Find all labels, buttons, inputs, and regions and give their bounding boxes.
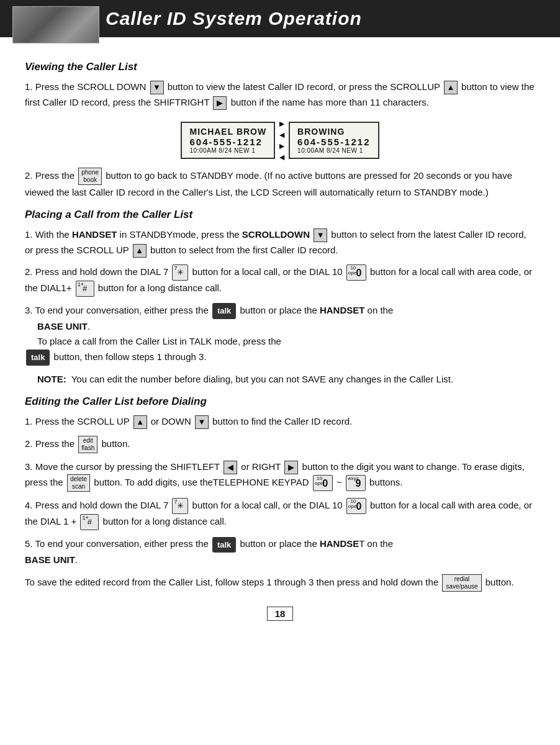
talk-button-3[interactable]: talk bbox=[212, 537, 236, 553]
editing-4-text-b: button for a local call, or the DIAL 10 bbox=[192, 500, 345, 510]
editing-item-2: 2. Press the editflash button. bbox=[25, 436, 535, 453]
dial-1plus-top: 1+ bbox=[78, 282, 84, 287]
placing-3-text-c: button, then follow steps 1 through 3. bbox=[54, 351, 207, 362]
lcd-right-name: BROWING bbox=[297, 127, 370, 137]
placing-2-text-d: button for a long distance call. bbox=[98, 282, 222, 293]
shift-right-btn-2[interactable]: ▶ bbox=[284, 461, 298, 474]
item-num: 1. Press the SCROLL DOWN bbox=[25, 81, 149, 92]
editing-2-text-b: button. bbox=[102, 438, 130, 449]
oper0-top: 10oper bbox=[315, 476, 325, 486]
dial-10-2-top: 10oper bbox=[348, 499, 358, 509]
placing-item-2: 2. Press and hold down the DIAL 7 7 ✳ bu… bbox=[25, 264, 535, 297]
placing-3-text-b: button or place the HANDSET on the bbox=[240, 305, 393, 315]
talk-button-2[interactable]: talk bbox=[26, 350, 50, 365]
scroll-down-btn-2[interactable]: ▼ bbox=[314, 228, 327, 242]
section-editing-title: Editing the Caller List before Dialing bbox=[25, 395, 535, 408]
page-number: 18 bbox=[267, 607, 294, 621]
page-number-container: 18 bbox=[25, 607, 535, 627]
viewing-item-2: 2. Press the phonebook button to go back… bbox=[25, 168, 535, 201]
lcd-left-number: 604-555-1212 bbox=[189, 137, 266, 147]
editing-4-text-a: 4. Press and hold down the DIAL 7 bbox=[25, 500, 171, 510]
dial-7-button[interactable]: 7 ✳ bbox=[172, 264, 188, 281]
oper-0-button[interactable]: 10oper 0 bbox=[313, 475, 333, 491]
placing-2-text-a: 2. Press and hold down the DIAL 7 bbox=[25, 266, 171, 277]
item-2-text-a: 2. Press the bbox=[25, 169, 77, 180]
lcd-right-number: 604-555-1212 bbox=[297, 137, 370, 147]
scroll-down-button[interactable]: ▼ bbox=[150, 81, 164, 94]
editing-4-text-d: button for a long distance call. bbox=[103, 516, 227, 526]
scroll-down-btn-3[interactable]: ▼ bbox=[195, 415, 209, 429]
wxyz9-top: wxyz bbox=[348, 476, 359, 481]
editing-2-text-a: 2. Press the bbox=[25, 438, 77, 449]
editing-item-1: 1. Press the SCROLL UP ▲ or DOWN ▼ butto… bbox=[25, 414, 535, 430]
note-label: NOTE: bbox=[37, 372, 66, 387]
arrow-left-2: ◄ bbox=[278, 153, 286, 161]
viewing-item-1: 1. Press the SCROLL DOWN ▼ button to vie… bbox=[25, 79, 535, 111]
dial-7-2-top: 7 bbox=[174, 499, 177, 505]
arrow-left-1: ◄ bbox=[278, 130, 286, 139]
save-text: To save the edited record from the Calle… bbox=[25, 577, 438, 587]
placing-item-3: 3. To end your conversation, either pres… bbox=[25, 303, 535, 366]
delete-scan-button[interactable]: deletescan bbox=[67, 474, 90, 492]
editing-1-text-b: or DOWN bbox=[151, 416, 194, 427]
dial-10-top: 10oper bbox=[348, 266, 358, 276]
editing-3-text-e: ~ bbox=[336, 477, 345, 487]
note-block: NOTE: You can edit the number before dia… bbox=[37, 372, 535, 387]
note-text: You can edit the number before dialing, … bbox=[71, 372, 453, 387]
lcd-right: BROWING 604-555-1212 10:00AM 8/24 NEW 1 bbox=[289, 122, 379, 159]
header: Caller ID System Operation bbox=[0, 0, 560, 37]
scroll-up-button[interactable]: ▲ bbox=[444, 81, 458, 94]
placing-1-text: 1. With the HANDSET in STANDBYmode, pres… bbox=[25, 229, 312, 240]
editing-1-text-c: button to find the Caller ID record. bbox=[212, 416, 352, 427]
phone-book-button[interactable]: phonebook bbox=[78, 168, 102, 185]
placing-item-1: 1. With the HANDSET in STANDBYmode, pres… bbox=[25, 227, 535, 258]
item-text-1d: button if the name has more than 11 char… bbox=[231, 97, 429, 107]
editing-3-text-d: button. To add digits, use theTELEPHONE … bbox=[94, 477, 311, 487]
dial-7-btn-2[interactable]: 7 ✳ bbox=[172, 498, 188, 514]
placing-1-text-c: button to select from the first Caller I… bbox=[150, 245, 338, 255]
redial-save-pause-button[interactable]: redialsave/pause bbox=[442, 574, 481, 592]
lcd-left-name: MICHAEL BROW bbox=[189, 127, 266, 137]
editing-5-text-a: 5. To end your conversation, either pres… bbox=[25, 538, 211, 549]
dial-1plus-2-top: 1+ bbox=[82, 515, 88, 521]
dial-1plus-button[interactable]: 1+ # bbox=[76, 281, 94, 297]
scroll-up-btn-2[interactable]: ▲ bbox=[133, 244, 147, 258]
wxyz-9-button[interactable]: wxyz 9 bbox=[346, 475, 366, 491]
arrow-right-2: ► bbox=[278, 142, 286, 150]
content: Viewing the Caller List 1. Press the SCR… bbox=[0, 37, 560, 646]
dial-1plus-btn-2[interactable]: 1+ # bbox=[80, 514, 99, 530]
dial-10-button[interactable]: 10oper 0 bbox=[346, 264, 366, 281]
section-viewing-title: Viewing the Caller List bbox=[25, 61, 535, 73]
page-wrapper: Caller ID System Operation Viewing the C… bbox=[0, 0, 560, 745]
placing-3-text-a: 3. To end your conversation, either pres… bbox=[25, 305, 211, 315]
scroll-up-btn-3[interactable]: ▲ bbox=[133, 415, 147, 429]
header-image bbox=[12, 6, 99, 43]
editing-item-3: 3. Move the cursor by pressing the SHIFT… bbox=[25, 459, 535, 492]
shift-left-button[interactable]: ◀ bbox=[224, 461, 237, 474]
shift-right-button[interactable]: ▶ bbox=[213, 96, 227, 110]
edit-flash-button[interactable]: editflash bbox=[78, 436, 97, 453]
lcd-right-meta: 10:00AM 8/24 NEW 1 bbox=[297, 147, 370, 154]
editing-3-text-f: buttons. bbox=[369, 477, 402, 487]
placing-2-text-b: button for a local call, or the DIAL 10 bbox=[192, 266, 345, 277]
lcd-display-area: MICHAEL BROW 604-555-1212 10:00AM 8/24 N… bbox=[25, 119, 535, 161]
page-title: Caller ID System Operation bbox=[106, 8, 362, 29]
arrow-right-1: ► bbox=[278, 119, 286, 128]
editing-item-5: 5. To end your conversation, either pres… bbox=[25, 536, 535, 568]
lcd-arrows: ► ◄ ► ◄ bbox=[278, 119, 286, 161]
placing-3-base: BASE UNIT. To place a call from the Call… bbox=[25, 319, 535, 350]
talk-button-1[interactable]: talk bbox=[212, 303, 236, 318]
editing-3-text-b: or RIGHT bbox=[241, 461, 283, 472]
save-paragraph: To save the edited record from the Calle… bbox=[25, 574, 535, 592]
editing-3-text-a: 3. Move the cursor by pressing the SHIFT… bbox=[25, 461, 222, 472]
section-placing-title: Placing a Call from the Caller List bbox=[25, 209, 535, 221]
lcd-left: MICHAEL BROW 604-555-1212 10:00AM 8/24 N… bbox=[181, 122, 275, 159]
dial-10-btn-2[interactable]: 10oper 0 bbox=[346, 498, 366, 514]
editing-1-text-a: 1. Press the SCROLL UP bbox=[25, 416, 132, 427]
item-text-1b: button to view the latest Caller ID reco… bbox=[168, 81, 443, 92]
save-text2: button. bbox=[485, 577, 514, 587]
editing-item-4: 4. Press and hold down the DIAL 7 7 ✳ bu… bbox=[25, 498, 535, 530]
lcd-left-meta: 10:00AM 8/24 NEW 1 bbox=[189, 147, 266, 154]
dial-7-top: 7 bbox=[174, 266, 177, 271]
